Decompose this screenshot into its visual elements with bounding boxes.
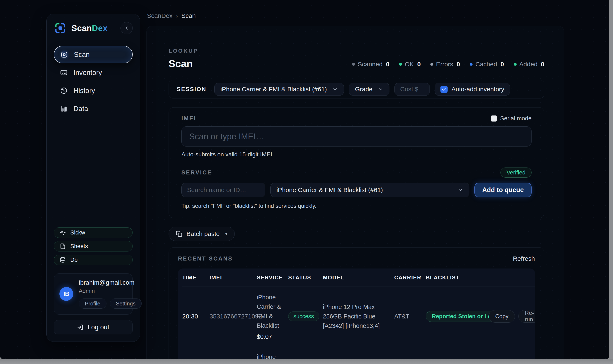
sidebar-item-inventory[interactable]: Inventory xyxy=(54,64,133,81)
chevron-down-icon xyxy=(457,187,463,193)
sidebar-item-label: Inventory xyxy=(74,69,102,77)
stat-errors: Errors 0 xyxy=(430,61,460,68)
serial-mode-toggle[interactable]: Serial mode xyxy=(491,115,532,122)
rerun-button[interactable]: Re-run xyxy=(518,310,535,323)
stat-dot xyxy=(430,63,433,66)
breadcrumb-current[interactable]: Scan xyxy=(181,12,196,19)
page-title: Scan xyxy=(169,58,198,69)
stat-dot xyxy=(399,63,402,66)
row-time: 20:30 xyxy=(182,313,209,320)
verified-badge: Verified xyxy=(500,168,532,178)
page-header: LOOKUP Scan Scanned 0 OK 0 Errors 0 xyxy=(169,48,544,69)
sidebar-tool-db[interactable]: Db xyxy=(54,255,133,265)
batch-paste-button[interactable]: Batch paste ▾ xyxy=(169,227,235,241)
checkbox-checked-icon[interactable] xyxy=(441,86,448,93)
sidebar-item-history[interactable]: History xyxy=(54,82,133,100)
stat-dot xyxy=(470,63,472,66)
settings-button[interactable]: Settings xyxy=(110,299,142,309)
sidebar-spacer xyxy=(54,118,133,227)
chevron-left-icon xyxy=(124,26,129,31)
row-carrier: AT&T xyxy=(394,313,426,320)
sidebar-item-scan[interactable]: Scan xyxy=(54,46,133,63)
copy-icon xyxy=(176,231,182,237)
checkbox-unchecked-icon[interactable] xyxy=(491,116,497,122)
copy-button[interactable]: Copy xyxy=(489,310,515,323)
col-carrier: CARRIER xyxy=(394,274,426,281)
cost-input[interactable] xyxy=(394,83,430,96)
imei-hint: Auto-submits on valid 15-digit IMEI. xyxy=(181,151,532,158)
refresh-button[interactable]: Refresh xyxy=(513,255,535,262)
status-badge: success xyxy=(288,312,319,321)
session-label: SESSION xyxy=(177,86,206,92)
user-role: Admin xyxy=(79,288,127,294)
stat-dot xyxy=(514,63,517,66)
activity-pulse-icon xyxy=(60,230,66,235)
bottom-edge-bar xyxy=(0,359,613,364)
imei-label: IMEI xyxy=(181,115,196,122)
history-clock-icon xyxy=(60,87,68,94)
tool-label: Sickw xyxy=(70,229,85,236)
sidebar-header: ScanDex xyxy=(54,21,133,35)
chevron-down-icon xyxy=(332,87,338,92)
table-row: 20:30 353167667271092 iPhone Carrier & F… xyxy=(182,286,535,346)
logout-label: Log out xyxy=(88,324,109,331)
row-service: iPhone Carrier & FMI & Blacklist xyxy=(257,352,288,359)
service-label: SERVICE xyxy=(181,169,212,176)
scandex-logo-icon xyxy=(54,22,67,35)
col-time: TIME xyxy=(182,274,209,281)
scan-stats: Scanned 0 OK 0 Errors 0 Cached 0 xyxy=(352,61,544,68)
main-panel: LOOKUP Scan Scanned 0 OK 0 Errors 0 xyxy=(146,26,564,359)
col-blacklist: BLACKLIST xyxy=(426,274,489,281)
sidebar-tool-sheets[interactable]: Sheets xyxy=(54,241,133,251)
document-icon xyxy=(60,243,66,249)
auto-add-inventory-toggle[interactable]: Auto-add inventory xyxy=(435,83,510,96)
breadcrumb-separator: › xyxy=(176,12,178,19)
table-header-row: TIME IMEI SERVICE STATUS MODEL CARRIER B… xyxy=(182,269,535,286)
scan-icon xyxy=(60,51,68,58)
logout-icon xyxy=(77,324,83,330)
row-price: $0.07 xyxy=(257,333,288,340)
user-info: ibrahim@gmail.com Admin Profile Settings xyxy=(79,279,127,309)
recent-scans-label: RECENT SCANS xyxy=(178,256,233,262)
tool-label: Db xyxy=(70,257,78,263)
session-service-select[interactable]: iPhone Carrier & FMI & Blacklist (#61) xyxy=(214,83,344,96)
page-eyebrow: LOOKUP xyxy=(169,48,198,54)
sidebar-collapse-button[interactable] xyxy=(120,22,133,34)
batch-paste-label: Batch paste xyxy=(186,230,220,237)
brand-title: ScanDex xyxy=(71,24,108,33)
stat-added: Added 0 xyxy=(514,61,544,68)
col-service: SERVICE xyxy=(257,274,288,281)
breadcrumb: ScanDex › Scan xyxy=(147,12,196,19)
sidebar: ScanDex Scan Inventory xyxy=(46,14,140,342)
stat-scanned: Scanned 0 xyxy=(352,61,390,68)
profile-button[interactable]: Profile xyxy=(79,299,106,309)
tool-label: Sheets xyxy=(70,243,88,250)
vertical-scrollbar[interactable] xyxy=(609,0,613,364)
serial-mode-label: Serial mode xyxy=(500,115,532,122)
stat-cached: Cached 0 xyxy=(470,61,504,68)
sidebar-tool-sickw[interactable]: Sickw xyxy=(54,227,133,238)
service-tip: Tip: search "FMI" or "blacklist" to find… xyxy=(181,203,532,209)
breadcrumb-root[interactable]: ScanDex xyxy=(147,12,172,19)
row-model: iPhone 12 Pro Max 256GB Pacific Blue [A2… xyxy=(323,302,394,331)
table-row: 20:05 357491830272407 iPhone Carrier & F… xyxy=(182,346,535,359)
col-imei: IMEI xyxy=(209,274,257,281)
recent-scans-table: TIME IMEI SERVICE STATUS MODEL CARRIER B… xyxy=(178,269,535,359)
logout-button[interactable]: Log out xyxy=(54,320,133,334)
sidebar-item-data[interactable]: Data xyxy=(54,100,133,117)
grade-select[interactable]: Grade xyxy=(349,83,390,96)
stat-ok: OK 0 xyxy=(399,61,421,68)
add-to-queue-button[interactable]: Add to queue xyxy=(474,183,532,197)
sidebar-item-label: Scan xyxy=(74,51,90,59)
row-service: iPhone Carrier & FMI & Blacklist xyxy=(257,293,288,330)
col-status: STATUS xyxy=(288,274,323,281)
service-search-input[interactable] xyxy=(181,183,265,197)
user-card: IB ibrahim@gmail.com Admin Profile Setti… xyxy=(54,273,133,315)
imei-input[interactable] xyxy=(181,126,532,146)
stat-dot xyxy=(352,63,355,66)
service-select[interactable]: iPhone Carrier & FMI & Blacklist (#61) xyxy=(270,183,470,197)
lookup-card: IMEI Serial mode Auto-submits on valid 1… xyxy=(169,107,544,218)
row-imei: 353167667271092 xyxy=(209,313,257,320)
col-model: MODEL xyxy=(323,274,394,281)
sidebar-item-label: Data xyxy=(74,105,88,113)
